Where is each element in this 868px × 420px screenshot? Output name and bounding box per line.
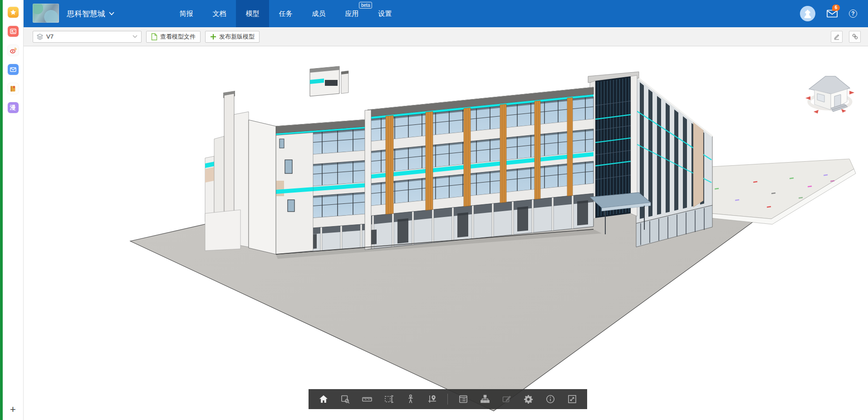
manga-icon[interactable]: 漫 bbox=[8, 102, 19, 113]
tab-briefing[interactable]: 简报 bbox=[170, 0, 203, 27]
fullscreen-icon[interactable] bbox=[565, 392, 579, 406]
main-nav-tabs: 简报 文档 模型 任务 成员 应用 beta 设置 bbox=[170, 0, 402, 27]
layers-icon bbox=[37, 34, 43, 40]
toolbar-divider bbox=[447, 394, 448, 405]
page-title: 思科智慧城 bbox=[67, 9, 105, 19]
top-navbar: 思科智慧城 简报 文档 模型 任务 成员 应用 beta 设置 6 ? bbox=[24, 0, 868, 27]
plus-icon bbox=[210, 34, 216, 40]
project-switcher[interactable]: 思科智慧城 bbox=[67, 0, 114, 27]
help-icon[interactable]: ? bbox=[849, 10, 857, 18]
annotate-icon[interactable] bbox=[500, 392, 514, 406]
version-value: V7 bbox=[46, 33, 54, 40]
link-icon bbox=[852, 33, 858, 40]
file-icon bbox=[151, 33, 157, 40]
browser-side-rail: 漫 + bbox=[3, 0, 24, 420]
weibo-icon[interactable] bbox=[8, 45, 19, 56]
zoom-window-icon[interactable] bbox=[338, 392, 352, 406]
model-viewer-canvas[interactable] bbox=[24, 46, 868, 420]
tab-apps[interactable]: 应用 beta bbox=[335, 0, 368, 27]
settings-gear-icon[interactable] bbox=[522, 392, 535, 406]
tab-model[interactable]: 模型 bbox=[236, 0, 269, 27]
notifications-mail[interactable]: 6 bbox=[826, 8, 838, 20]
version-select[interactable]: V7 bbox=[33, 31, 142, 43]
home-view-icon[interactable] bbox=[317, 392, 330, 406]
share-link-button[interactable] bbox=[849, 31, 861, 43]
news-icon[interactable] bbox=[8, 26, 19, 37]
favorites-star-icon[interactable] bbox=[8, 7, 19, 18]
map-pin-icon[interactable] bbox=[426, 392, 439, 406]
publish-new-model-button[interactable]: 发布新版模型 bbox=[205, 31, 260, 43]
model-tree-icon[interactable] bbox=[478, 392, 492, 406]
tab-tasks[interactable]: 任务 bbox=[269, 0, 302, 27]
avatar[interactable] bbox=[800, 6, 815, 21]
view-model-files-button[interactable]: 查看模型文件 bbox=[146, 31, 201, 43]
properties-list-icon[interactable] bbox=[456, 392, 470, 406]
project-logo[interactable] bbox=[33, 4, 59, 23]
viewer-toolbar bbox=[309, 389, 587, 409]
notebook-icon[interactable] bbox=[8, 83, 19, 94]
pencil-icon bbox=[834, 34, 840, 40]
tab-members[interactable]: 成员 bbox=[302, 0, 335, 27]
home-view-navigation-widget[interactable] bbox=[804, 70, 855, 115]
tab-documents[interactable]: 文档 bbox=[203, 0, 236, 27]
mail-app-icon[interactable] bbox=[8, 64, 19, 75]
edit-button[interactable] bbox=[831, 31, 843, 43]
model-version-toolbar: V7 查看模型文件 发布新版模型 bbox=[24, 27, 868, 46]
measure-ruler-icon[interactable] bbox=[360, 392, 374, 406]
info-icon[interactable] bbox=[544, 392, 557, 406]
manga-icon-label: 漫 bbox=[10, 104, 16, 112]
worker-avatar-icon bbox=[802, 8, 813, 19]
notification-count-badge: 6 bbox=[832, 5, 840, 11]
tab-settings[interactable]: 设置 bbox=[368, 0, 402, 27]
add-shortcut-button[interactable]: + bbox=[3, 404, 23, 415]
section-box-icon[interactable] bbox=[382, 392, 396, 406]
navbar-right-group: 6 ? bbox=[800, 0, 857, 27]
chevron-down-icon bbox=[109, 12, 114, 15]
walkthrough-person-icon[interactable] bbox=[404, 392, 417, 406]
toolbar-right-group bbox=[831, 31, 861, 43]
chevron-down-icon bbox=[132, 35, 137, 38]
bim-model-scene bbox=[24, 46, 868, 420]
